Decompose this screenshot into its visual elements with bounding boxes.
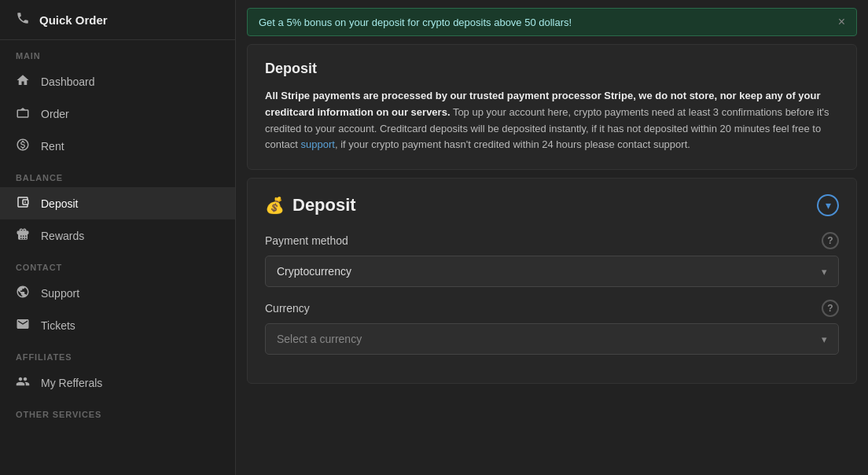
section-label-affiliates: AFFILIATES	[0, 341, 235, 366]
sidebar-item-tickets[interactable]: Tickets	[0, 309, 235, 341]
sidebar-item-label: My Refferals	[41, 377, 102, 389]
globe-icon	[16, 285, 30, 301]
deposit-emoji-icon: 💰	[265, 196, 285, 215]
deposit-card-header: 💰 Deposit ▾	[265, 194, 839, 216]
sidebar-item-label: Tickets	[41, 319, 75, 332]
payment-method-row: Payment method ? Cryptocurrency ▾	[265, 232, 839, 287]
deposit-title-group: 💰 Deposit	[265, 195, 356, 215]
chevron-down-icon: ▾	[826, 199, 831, 212]
currency-label: Currency	[265, 302, 310, 315]
currency-label-row: Currency ?	[265, 300, 839, 317]
section-label-main: MAIN	[0, 40, 235, 65]
info-card-text: All Stripe payments are processed by our…	[265, 88, 839, 153]
currency-dropdown[interactable]: Select a currency ▾	[265, 323, 839, 355]
sidebar-title: Quick Order	[39, 13, 108, 27]
section-label-other: OTHER SERVICES	[0, 399, 235, 424]
bonus-banner: Get a 5% bonus on your deposit for crypt…	[247, 8, 857, 36]
sidebar-item-deposit[interactable]: Deposit	[0, 187, 235, 219]
info-after-link: , if your crypto payment hasn't credited…	[335, 138, 690, 150]
currency-help-icon[interactable]: ?	[822, 300, 839, 317]
section-label-balance: BALANCE	[0, 162, 235, 187]
dropdown-arrow-icon: ▾	[822, 266, 827, 278]
main-content: Get a 5% bonus on your deposit for crypt…	[236, 0, 868, 475]
currency-placeholder: Select a currency	[277, 333, 362, 345]
info-card-title: Deposit	[265, 61, 839, 77]
sidebar: Quick Order MAIN Dashboard Order Rent BA…	[0, 0, 236, 475]
collapse-button[interactable]: ▾	[817, 194, 839, 216]
sidebar-item-label: Order	[41, 108, 69, 120]
wallet-icon	[16, 195, 30, 212]
banner-text: Get a 5% bonus on your deposit for crypt…	[259, 17, 572, 28]
sidebar-item-label: Rewards	[41, 230, 84, 242]
svg-point-0	[24, 201, 26, 203]
sidebar-item-rent[interactable]: Rent	[0, 130, 235, 162]
currency-row: Currency ? Select a currency ▾	[265, 300, 839, 355]
sidebar-item-referrals[interactable]: My Refferals	[0, 366, 235, 399]
mail-icon	[16, 317, 30, 333]
phone-icon	[16, 11, 30, 28]
sidebar-item-order[interactable]: Order	[0, 98, 235, 130]
sidebar-item-dashboard[interactable]: Dashboard	[0, 65, 235, 98]
payment-method-dropdown[interactable]: Cryptocurrency ▾	[265, 256, 839, 287]
sidebar-item-support[interactable]: Support	[0, 277, 235, 309]
support-link[interactable]: support	[301, 138, 335, 150]
sidebar-item-rewards[interactable]: Rewards	[0, 219, 235, 252]
currency-dropdown-arrow-icon: ▾	[822, 333, 827, 345]
home-icon	[16, 73, 30, 90]
banner-close-button[interactable]: ×	[838, 15, 845, 29]
sidebar-header: Quick Order	[0, 0, 235, 40]
sidebar-item-label: Deposit	[41, 197, 78, 210]
info-card: Deposit All Stripe payments are processe…	[247, 44, 857, 170]
sidebar-item-label: Dashboard	[41, 75, 95, 88]
gift-icon	[16, 227, 30, 244]
payment-method-label: Payment method	[265, 234, 348, 247]
section-label-contact: CONTACT	[0, 252, 235, 277]
payment-method-value: Cryptocurrency	[277, 265, 351, 278]
users-icon	[16, 374, 30, 391]
payment-method-label-row: Payment method ?	[265, 232, 839, 249]
deposit-form-title: Deposit	[292, 195, 356, 215]
sidebar-item-label: Support	[41, 287, 79, 300]
sidebar-item-label: Rent	[41, 140, 64, 153]
box-icon	[16, 105, 30, 122]
payment-method-help-icon[interactable]: ?	[822, 232, 839, 249]
rent-icon	[16, 138, 30, 154]
deposit-form-card: 💰 Deposit ▾ Payment method ? Cryptocurre…	[247, 178, 857, 384]
